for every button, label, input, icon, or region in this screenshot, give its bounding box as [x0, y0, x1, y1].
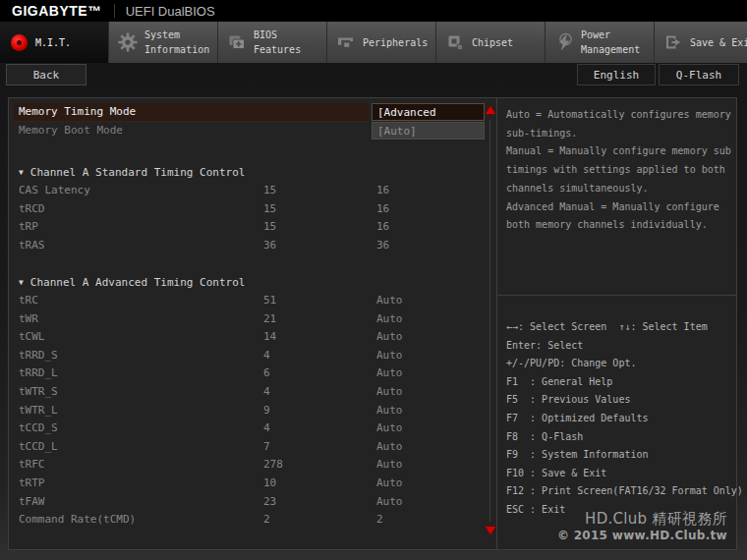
- timing-value-2: 36: [376, 237, 389, 255]
- key-legend-line: ←→: Select Screen ↑↓: Select Item: [506, 318, 736, 337]
- timing-row-cas-latency[interactable]: CAS Latency1516: [9, 182, 485, 200]
- help-line: Auto = Automatically configures memory: [506, 106, 736, 125]
- timing-label: tCCD_L: [19, 438, 58, 457]
- timing-value-1: 21: [263, 310, 276, 329]
- watermark: HD.Club 精研視務所 © 2015 www.HD.Club.tw: [557, 510, 727, 542]
- section-header-channel-a-standard-timing-control: ▼Channel A Standard Timing Control: [9, 163, 485, 182]
- help-line: timings with settings applied to both: [506, 161, 736, 180]
- timing-value-2: 16: [376, 200, 389, 219]
- firmware-title: UEFI DualBIOS: [126, 4, 215, 19]
- timing-label: tRTP: [19, 475, 45, 493]
- section-spacer: [9, 140, 485, 163]
- peripherals-icon: [334, 31, 358, 53]
- help-line: both memory channels individually.: [506, 216, 736, 235]
- setting-value[interactable]: [Advanced Manual]: [372, 103, 485, 121]
- tab-power-management[interactable]: Power Management: [545, 22, 654, 63]
- timing-value-1: 36: [263, 237, 276, 255]
- timing-value-1: 4: [263, 383, 270, 402]
- collapse-triangle-icon: ▼: [19, 278, 24, 287]
- setting-value[interactable]: [Auto]: [372, 122, 485, 140]
- logo-divider: [114, 4, 115, 18]
- setting-row-memory-boot-mode[interactable]: Memory Boot Mode[Auto]: [9, 122, 485, 140]
- help-line: Manual = Manually configure memory sub: [506, 142, 736, 161]
- timing-row-tfaw[interactable]: tFAW23Auto: [9, 493, 485, 512]
- scrollbar-track[interactable]: [489, 120, 490, 522]
- timing-value-2: Auto: [376, 493, 403, 512]
- timing-row-command-rate-tcmd[interactable]: Command Rate(tCMD)22: [9, 511, 485, 530]
- tab-label: BIOS Features: [254, 28, 326, 57]
- timing-value-1: 9: [263, 402, 270, 420]
- tab-system-information[interactable]: System Information: [108, 22, 217, 63]
- timing-label: tRCD: [19, 200, 45, 219]
- item-help-text: Auto = Automatically configures memorysu…: [497, 98, 736, 296]
- timing-label: tRP: [19, 218, 38, 237]
- tab-m-i-t[interactable]: M.I.T.: [0, 22, 108, 63]
- timing-row-tras[interactable]: tRAS3636: [9, 237, 485, 255]
- key-legend-line: F12 : Print Screen(FAT16/32 Format Only): [506, 482, 736, 501]
- scroll-down-arrow-icon[interactable]: [486, 527, 495, 534]
- tab-bios-features[interactable]: BIOS Features: [217, 22, 326, 63]
- tab-label: Chipset: [472, 35, 545, 50]
- setting-label: Memory Boot Mode: [19, 122, 123, 140]
- timing-label: tFAW: [19, 493, 45, 512]
- tab-bar: M.I.T.System InformationBIOS FeaturesPer…: [0, 22, 747, 63]
- timing-row-twr[interactable]: tWR21Auto: [9, 310, 485, 329]
- key-legend-line: F5 : Previous Values: [506, 391, 736, 410]
- key-legend-line: F8 : Q-Flash: [506, 428, 736, 447]
- timing-row-tccd-l[interactable]: tCCD_L7Auto: [9, 438, 485, 457]
- timing-label: tWR: [19, 310, 38, 329]
- timing-label: tRAS: [19, 237, 45, 255]
- language-button[interactable]: English: [577, 64, 656, 85]
- timing-row-twtr-l[interactable]: tWTR_L9Auto: [9, 402, 485, 420]
- folder-plus-icon: [225, 31, 249, 53]
- timing-row-trrd-s[interactable]: tRRD_S4Auto: [9, 347, 485, 365]
- timing-label: tRRD_S: [19, 347, 58, 365]
- collapse-triangle-icon: ▼: [19, 168, 24, 177]
- tab-label: Power Management: [581, 28, 654, 57]
- timing-value-1: 14: [263, 328, 276, 347]
- timing-row-trc[interactable]: tRC51Auto: [9, 292, 485, 310]
- setting-row-memory-timing-mode[interactable]: Memory Timing Mode[Advanced Manual]: [9, 103, 485, 122]
- tab-chipset[interactable]: Chipset: [435, 22, 545, 63]
- timing-row-tccd-s[interactable]: tCCD_S4Auto: [9, 420, 485, 438]
- scroll-up-arrow-icon[interactable]: [486, 106, 495, 114]
- timing-value-2: Auto: [376, 347, 403, 365]
- timing-value-1: 4: [263, 347, 270, 365]
- setting-label: Memory Timing Mode: [19, 103, 136, 121]
- timing-label: tWTR_L: [19, 402, 58, 420]
- key-legend-line: F9 : System Information: [506, 446, 736, 465]
- timing-value-1: 15: [263, 182, 276, 200]
- qflash-button[interactable]: Q-Flash: [659, 64, 739, 85]
- lightning-icon: [552, 31, 576, 53]
- timing-label: tRFC: [19, 456, 45, 475]
- tab-peripherals[interactable]: Peripherals: [326, 22, 435, 63]
- timing-row-trp[interactable]: tRP1516: [9, 218, 485, 237]
- timing-value-2: 16: [376, 182, 389, 200]
- timing-row-trrd-l[interactable]: tRRD_L6Auto: [9, 364, 485, 383]
- gear-icon: [116, 31, 140, 53]
- timing-value-2: Auto: [376, 292, 403, 310]
- timing-value-2: 16: [376, 218, 389, 237]
- bios-screen: GIGABYTE™ UEFI DualBIOS M.I.T.System Inf…: [0, 0, 747, 560]
- logo-bar: GIGABYTE™ UEFI DualBIOS: [0, 0, 747, 22]
- key-legend-line: +/-/PU/PD: Change Opt.: [506, 355, 736, 373]
- tab-label: System Information: [144, 28, 217, 57]
- watermark-line2: © 2015 www.HD.Club.tw: [557, 529, 727, 542]
- timing-row-twtr-s[interactable]: tWTR_S4Auto: [9, 383, 485, 402]
- help-line: channels simultaneously.: [506, 180, 736, 198]
- timing-value-1: 7: [263, 438, 270, 457]
- key-legend-line: F10 : Save & Exit: [506, 465, 736, 483]
- timing-row-trtp[interactable]: tRTP10Auto: [9, 475, 485, 493]
- timing-value-2: Auto: [376, 364, 403, 383]
- timing-value-1: 278: [263, 456, 283, 475]
- timing-row-trfc[interactable]: tRFC278Auto: [9, 456, 485, 475]
- timing-value-2: Auto: [376, 402, 403, 420]
- tab-save-exit[interactable]: Save & Exit: [654, 22, 747, 63]
- timing-row-trcd[interactable]: tRCD1516: [9, 200, 485, 219]
- timing-row-tcwl[interactable]: tCWL14Auto: [9, 328, 485, 347]
- timing-value-1: 2: [263, 511, 270, 530]
- key-legend-line: F7 : Optimized Defaults: [506, 410, 736, 428]
- timing-label: tRRD_L: [19, 364, 58, 383]
- settings-list: Memory Timing Mode[Advanced Manual]Memor…: [9, 98, 485, 530]
- back-button[interactable]: Back: [6, 64, 86, 85]
